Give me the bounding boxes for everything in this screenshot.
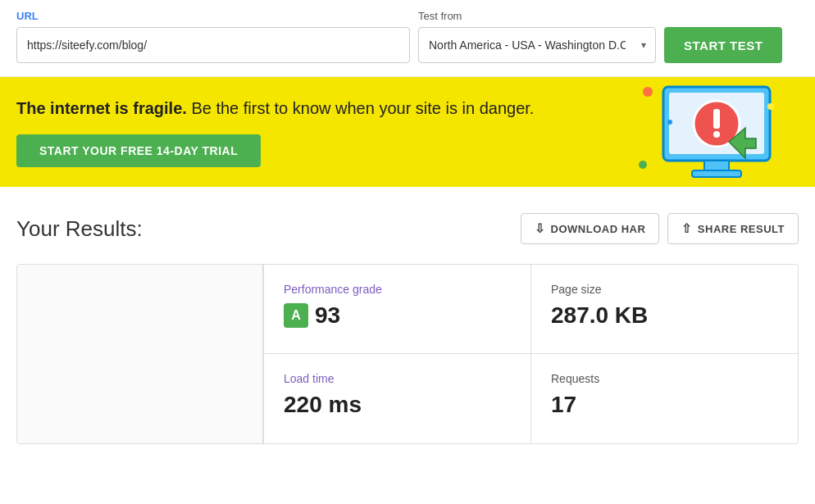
dot-decoration [767,103,774,110]
page-size-label: Page size [551,283,601,296]
monitor-svg [651,83,782,185]
svg-point-7 [713,131,720,138]
header-controls: North America - USA - Washington D.C Eur… [16,27,799,63]
load-time-value: 220 ms [284,392,362,418]
grade-badge: A [284,303,308,328]
test-from-wrapper: North America - USA - Washington D.C Eur… [418,27,656,63]
download-har-label: DOWNLOAD HAR [551,223,646,235]
svg-rect-6 [713,109,720,129]
metric-requests: Requests 17 [530,354,798,443]
share-result-button[interactable]: ⇧ SHARE RESULT [667,213,799,244]
requests-number: 17 [551,392,576,418]
requests-label: Requests [551,372,599,385]
header: URL Test from North America - USA - Wash… [0,0,815,77]
header-labels: URL Test from [16,10,799,22]
requests-value: 17 [551,392,576,418]
load-time-number: 220 ms [284,392,362,418]
metric-performance-grade: Performance grade A 93 [263,265,530,354]
banner-cta-button[interactable]: START YOUR FREE 14-DAY TRIAL [16,134,261,167]
performance-grade-value: A 93 [284,302,340,329]
banner-headline-rest: Be the first to know when your site is i… [187,99,535,117]
dot-decoration [643,87,653,97]
banner-headline: The internet is fragile. Be the first to… [16,97,635,120]
download-icon: ⇩ [535,221,546,236]
url-input[interactable] [16,27,410,63]
performance-grade-number: 93 [315,302,340,329]
results-header: Your Results: ⇩ DOWNLOAD HAR ⇧ SHARE RES… [16,213,799,244]
metric-load-time: Load time 220 ms [263,354,530,443]
share-result-label: SHARE RESULT [698,223,785,235]
results-preview [17,265,263,443]
svg-rect-2 [704,161,729,170]
results-title: Your Results: [16,216,143,242]
load-time-label: Load time [284,372,334,385]
download-har-button[interactable]: ⇩ DOWNLOAD HAR [521,213,659,244]
dot-decoration [639,161,647,169]
performance-grade-label: Performance grade [284,283,382,296]
results-actions: ⇩ DOWNLOAD HAR ⇧ SHARE RESULT [521,213,799,244]
url-label: URL [16,10,418,22]
results-section: Your Results: ⇩ DOWNLOAD HAR ⇧ SHARE RES… [0,187,815,464]
results-metrics: Performance grade A 93 Page size 287.0 K… [263,265,798,443]
metric-page-size: Page size 287.0 KB [530,265,798,354]
monitor-illustration [635,79,799,185]
test-from-label: Test from [418,10,462,22]
page-size-number: 287.0 KB [551,302,648,329]
test-from-select[interactable]: North America - USA - Washington D.C Eur… [418,27,656,63]
banner-text-area: The internet is fragile. Be the first to… [16,77,635,187]
start-test-button[interactable]: START TEST [664,27,782,63]
share-icon: ⇧ [681,221,693,236]
dot-decoration [667,120,672,125]
banner: The internet is fragile. Be the first to… [0,77,815,187]
svg-rect-3 [692,170,741,177]
banner-headline-bold: The internet is fragile. [16,99,187,117]
page-size-value: 287.0 KB [551,302,648,329]
results-grid: Performance grade A 93 Page size 287.0 K… [16,264,799,444]
